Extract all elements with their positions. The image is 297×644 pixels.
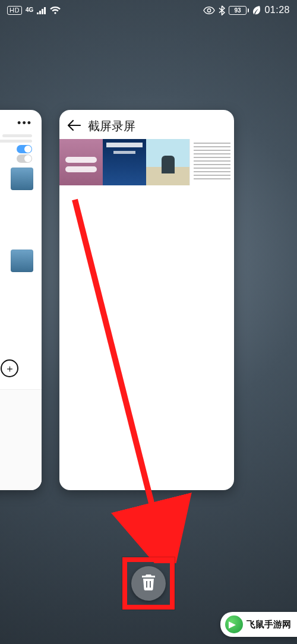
- leaf-icon: [252, 5, 261, 15]
- gallery-header: 截屏录屏: [59, 110, 234, 139]
- annotation-highlight: [122, 557, 175, 610]
- chat-preview: •••: [0, 110, 42, 272]
- clock: 01:28: [264, 5, 290, 15]
- recent-apps-row: ••• ☺ ＋ 位置 文件: [0, 110, 297, 490]
- watermark: 飞鼠手游网: [220, 612, 297, 637]
- screenshot-thumb[interactable]: [59, 139, 103, 185]
- screenshot-thumb[interactable]: [189, 139, 234, 185]
- chat-image-thumb: [11, 168, 33, 190]
- chat-image-thumb: [11, 250, 33, 272]
- hd-badge: HD: [7, 6, 22, 15]
- wifi-icon: [50, 7, 61, 14]
- signal-bars-icon: [37, 7, 46, 14]
- bluetooth-icon: [219, 5, 225, 15]
- battery-indicator: 93: [229, 6, 249, 15]
- screenshot-thumb[interactable]: [103, 139, 146, 185]
- watermark-text: 飞鼠手游网: [247, 619, 291, 630]
- attachment-panel: 位置 文件: [0, 389, 42, 490]
- watermark-logo-icon: [225, 615, 243, 633]
- back-arrow-icon[interactable]: [68, 119, 81, 134]
- status-left: HD 4G: [7, 6, 61, 15]
- annotation-red-box: [122, 557, 175, 610]
- screenshot-thumb[interactable]: [146, 139, 189, 185]
- recent-card-gallery[interactable]: 图库 截屏录屏: [59, 110, 234, 490]
- status-bar: HD 4G 93 01:28: [0, 0, 297, 20]
- network-4g-label: 4G: [26, 7, 33, 13]
- more-icon: •••: [0, 117, 32, 130]
- recent-card-chat[interactable]: ••• ☺ ＋ 位置 文件: [0, 110, 42, 490]
- plus-icon[interactable]: ＋: [1, 359, 18, 377]
- gallery-page-title: 截屏录屏: [88, 118, 135, 134]
- svg-point-0: [207, 8, 210, 11]
- gallery-thumbnails: [59, 139, 234, 185]
- battery-percent: 93: [234, 7, 241, 14]
- status-right: 93 01:28: [203, 5, 290, 15]
- chat-input-toolbar: ☺ ＋: [0, 359, 42, 377]
- visibility-icon: [203, 7, 215, 14]
